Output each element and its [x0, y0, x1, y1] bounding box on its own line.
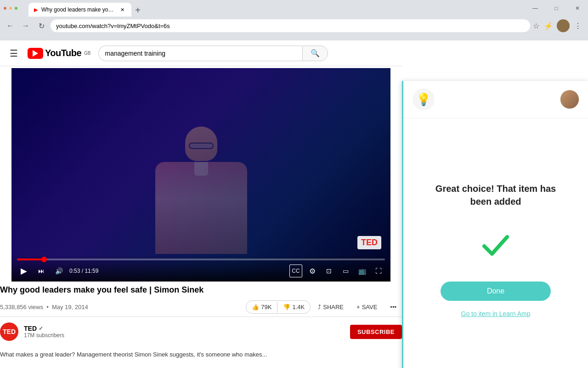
- video-player[interactable]: TED ▶ ⏭ 🔊 0:53 / 11:59 CC: [11, 68, 390, 282]
- progress-fill: [17, 259, 45, 260]
- youtube-region: GB: [84, 51, 90, 56]
- back-button[interactable]: ←: [4, 19, 17, 32]
- ted-badge: TED: [357, 236, 381, 249]
- save-button[interactable]: + SAVE: [351, 301, 383, 313]
- tab-favicon: ▶: [34, 7, 38, 13]
- next-button[interactable]: ⏭: [34, 264, 48, 278]
- progress-bar[interactable]: [17, 259, 385, 260]
- theatre-button[interactable]: ▭: [339, 264, 352, 277]
- checkmark-icon: [480, 229, 512, 261]
- video-stats: 5,338,856 views • May 19, 2014: [0, 304, 88, 310]
- channel-subscribers: 17M subscribers: [24, 332, 345, 339]
- checkmark-container: [477, 226, 514, 263]
- youtube-logo[interactable]: YouTubeGB: [28, 48, 91, 59]
- go-to-learnamp-link[interactable]: Go to item in Learn Amp: [461, 310, 531, 317]
- maximize-button[interactable]: □: [546, 0, 567, 17]
- done-button[interactable]: Done: [441, 282, 551, 301]
- minimize-button[interactable]: —: [525, 0, 546, 17]
- browser-menu-icon[interactable]: ⋮: [571, 19, 584, 32]
- channel-avatar: TED: [0, 322, 18, 341]
- settings-button[interactable]: ⚙: [306, 264, 319, 277]
- thumbs-up-icon: 👍: [252, 304, 259, 310]
- youtube-main: ☰ YouTubeGB 🔍: [0, 40, 402, 368]
- close-button[interactable]: ✕: [567, 0, 588, 17]
- popup-body: Great choice! That item has been added D…: [403, 118, 588, 368]
- new-tab-button[interactable]: +: [131, 4, 144, 17]
- video-title: Why good leaders make you feel safe | Si…: [0, 285, 402, 298]
- address-bar[interactable]: [51, 19, 530, 32]
- hamburger-menu-icon[interactable]: ☰: [7, 47, 20, 60]
- video-thumbnail: TED: [11, 68, 390, 282]
- learnamp-popup: 💡 Great choice! That item has been added…: [402, 81, 588, 368]
- user-avatar[interactable]: [560, 90, 579, 109]
- share-icon: ⤴: [318, 304, 321, 310]
- time-display: 0:53 / 11:59: [69, 268, 98, 274]
- more-button[interactable]: •••: [384, 301, 402, 313]
- like-button[interactable]: 👍 79K: [246, 301, 277, 313]
- fullscreen-button[interactable]: ⛶: [372, 264, 385, 277]
- refresh-button[interactable]: ↻: [35, 19, 48, 32]
- subscribe-button[interactable]: SUBSCRIBE: [350, 325, 402, 339]
- browser-min-btn: [9, 7, 12, 10]
- tab-close-btn[interactable]: ✕: [119, 6, 126, 13]
- video-controls-bar: ▶ ⏭ 🔊 0:53 / 11:59 CC ⚙ ⊡ ▭ 📺 ⛶: [11, 255, 390, 282]
- active-tab[interactable]: ▶ Why good leaders make you feel safe | …: [28, 3, 131, 17]
- share-button[interactable]: ⤴ SHARE: [312, 301, 349, 313]
- profile-avatar[interactable]: [557, 19, 570, 32]
- miniplayer-button[interactable]: ⊡: [322, 264, 335, 277]
- youtube-logo-icon: [28, 48, 43, 59]
- save-icon: +: [356, 304, 360, 310]
- tab-title: Why good leaders make you feel safe | Si…: [41, 6, 115, 13]
- volume-button[interactable]: 🔊: [52, 264, 66, 278]
- bookmark-icon[interactable]: ☆: [533, 22, 539, 30]
- extension-icon[interactable]: ⚡: [542, 19, 555, 32]
- learnamp-logo-icon: 💡: [413, 88, 435, 110]
- channel-info: TED ✓ 17M subscribers: [24, 325, 345, 339]
- forward-button[interactable]: →: [19, 19, 32, 32]
- play-button[interactable]: ▶: [17, 264, 31, 278]
- browser-max-btn: [15, 7, 17, 10]
- thumbs-down-icon: 👎: [283, 304, 290, 310]
- video-description: What makes a great leader? Management th…: [0, 346, 402, 363]
- browser-back-nav: [4, 7, 6, 10]
- dislike-button[interactable]: 👎 1.4K: [277, 301, 310, 313]
- cast-button[interactable]: 📺: [356, 264, 368, 277]
- channel-name[interactable]: TED: [24, 325, 37, 332]
- youtube-logo-text: YouTube: [45, 48, 81, 58]
- progress-dot: [41, 257, 47, 262]
- subtitles-button[interactable]: CC: [289, 264, 302, 277]
- search-input[interactable]: [98, 46, 302, 61]
- popup-header: 💡: [403, 81, 588, 118]
- verified-badge-icon: ✓: [39, 325, 43, 332]
- search-button[interactable]: 🔍: [302, 46, 328, 61]
- success-message: Great choice! That item has been added: [435, 182, 556, 208]
